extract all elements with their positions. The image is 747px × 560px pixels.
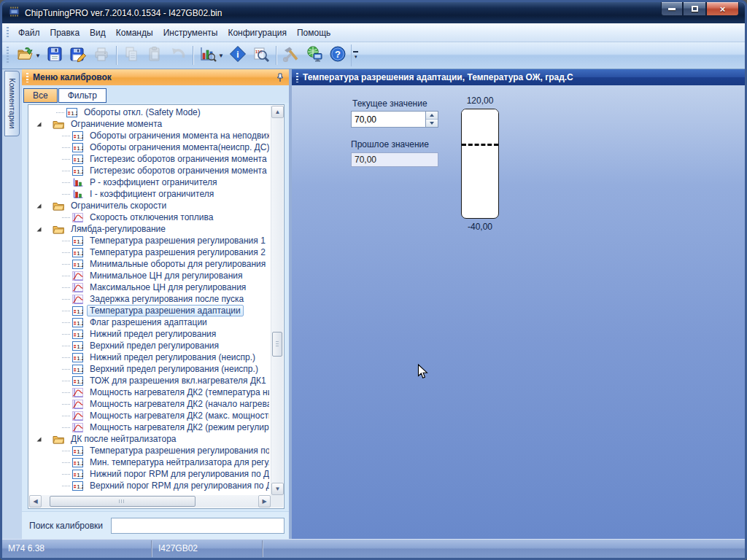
tree-item[interactable]: Мощность нагревателя ДК2 (режим регулиро… <box>30 421 270 433</box>
spin-down-button[interactable] <box>426 119 438 127</box>
svg-text:?: ? <box>335 49 341 60</box>
tree-connector <box>62 334 70 335</box>
value-icon: 1.2 <box>72 353 83 362</box>
tab-все[interactable]: Все <box>23 88 58 103</box>
tree-item-label: Максимальное ЦН для регулирования <box>87 281 249 293</box>
close-button[interactable]: × <box>706 2 739 16</box>
tree-item-label: Мощность нагревателя ДК2 (температура ни… <box>87 386 270 398</box>
chart-view-button[interactable] <box>196 44 220 66</box>
open-file-button[interactable] <box>13 44 36 66</box>
tree-item[interactable]: 1.2Температура разрешения регулирования … <box>30 246 270 258</box>
gauge-min-label: -40,00 <box>442 222 518 232</box>
menu-item-правка[interactable]: Правка <box>45 25 85 41</box>
tree-item[interactable]: P - коэффициент ограничителя <box>30 176 270 188</box>
tree-item[interactable]: 1.2Температура разрешения регулирования … <box>30 445 270 456</box>
curve-icon <box>72 271 83 281</box>
minimize-button[interactable] <box>661 2 683 16</box>
tree-item[interactable]: 1.2Гистерезис оборотов ограничения момен… <box>30 165 270 176</box>
tree-item[interactable]: 1.2Гистерезис оборотов ограничения момен… <box>30 153 270 165</box>
tree-item-label: Флаг разрешения адаптации <box>87 316 210 328</box>
tree-item[interactable]: 1.2Температура разрешения адаптации <box>30 305 270 316</box>
tree-item[interactable]: 1.2Мин. температура нейтрализатора для р… <box>30 456 270 468</box>
tree-item[interactable]: 1.2Верхний порог RPM для регулирования п… <box>30 480 270 491</box>
tree-vertical-scrollbar[interactable]: ▲ ▼ <box>271 106 283 495</box>
help-button[interactable]: ? <box>326 44 349 66</box>
tree-connector <box>62 287 70 288</box>
tree-item[interactable]: Скорость отключения топлива <box>30 211 270 223</box>
menu-item-инструменты[interactable]: Инструменты <box>158 25 223 41</box>
dropdown-arrow-icon[interactable]: ▼ <box>218 52 224 59</box>
tree-item[interactable]: Ограничение момента <box>30 118 270 130</box>
folder-icon <box>53 120 64 129</box>
expander-icon[interactable] <box>36 203 42 209</box>
comments-side-tab[interactable]: Комментарии <box>4 71 20 136</box>
tree-item[interactable]: Лямбда-регулирование <box>30 223 270 235</box>
scroll-right-icon[interactable]: ▶ <box>258 495 271 508</box>
tree-item[interactable]: 1.2Нижний предел регулирования (неиспр.) <box>30 351 270 363</box>
tree-item[interactable]: 1.2Верхний предел регулирования <box>30 340 270 351</box>
scroll-left-icon[interactable]: ◀ <box>29 495 42 508</box>
tree-item[interactable]: Минимальное ЦН для регулирования <box>30 270 270 281</box>
curve-icon <box>72 283 83 292</box>
tree-item[interactable]: 1.2Нижний предел регулирования <box>30 328 270 340</box>
spin-up-icon <box>430 114 434 117</box>
tree-item[interactable]: 1.2Нижний порог RPM для регулирования по… <box>30 468 270 480</box>
calibration-search-input[interactable] <box>111 518 285 534</box>
open-file-icon <box>16 45 34 66</box>
tree-item[interactable]: I - коэффициент ограничителя <box>30 188 270 200</box>
tools-button[interactable] <box>279 44 303 66</box>
menu-item-конфигурация[interactable]: Конфигурация <box>222 25 292 41</box>
maximize-button[interactable] <box>683 2 706 16</box>
expander-icon[interactable] <box>36 436 42 443</box>
save-button[interactable] <box>43 44 66 66</box>
help-icon: ? <box>329 45 347 66</box>
expander-icon[interactable] <box>36 121 42 128</box>
undo-button <box>166 44 190 66</box>
tree-item[interactable]: Мощность нагревателя ДК2 (начало нагрева… <box>30 398 270 410</box>
tree-item[interactable]: Мощность нагревателя ДК2 (макс. мощность… <box>30 410 270 421</box>
menu-item-помощь[interactable]: Помощь <box>292 25 336 41</box>
tree-item[interactable]: 1.2Минимальные обороты для регулирования <box>30 258 270 270</box>
curve-icon <box>72 423 83 432</box>
toolbar-separator <box>116 46 117 65</box>
value-icon: 1.2 <box>72 458 83 467</box>
tree-item[interactable]: 1.2Обороты ограничения момента на неподв… <box>30 130 270 141</box>
toolbar-overflow-button[interactable]: ▾ <box>351 44 360 66</box>
scroll-up-icon[interactable]: ▲ <box>271 106 284 118</box>
tree-item[interactable]: ДК после нейтрализатора <box>30 433 270 445</box>
value-icon: 1.2 <box>72 260 83 269</box>
tree-item[interactable]: 1.2Обороты ограничения момента(неиспр. Д… <box>30 141 270 153</box>
tree-item[interactable]: Задержка регулирования после пуска <box>30 293 270 305</box>
svg-text:1.2: 1.2 <box>77 145 83 152</box>
tree-item[interactable]: 1.2Обороты откл. (Safety Mode) <box>30 106 270 118</box>
dropdown-arrow-icon[interactable]: ▼ <box>35 52 41 59</box>
expander-icon[interactable] <box>36 226 42 233</box>
tree-item[interactable]: 1.2ТОЖ для разрешения вкл.нагревателя ДК… <box>30 375 270 386</box>
menu-item-команды[interactable]: Команды <box>111 25 158 41</box>
vertical-scroll-thumb[interactable] <box>272 332 282 357</box>
info-button[interactable]: i <box>226 44 249 66</box>
scroll-down-icon[interactable]: ▼ <box>271 483 284 495</box>
tree-item[interactable]: 1.2Верхний предел регулирования (неиспр.… <box>30 363 270 375</box>
tree-item[interactable]: Максимальное ЦН для регулирования <box>30 281 270 293</box>
chip-app-icon <box>7 6 20 20</box>
current-value-input[interactable] <box>351 111 426 128</box>
menu-item-файл[interactable]: Файл <box>13 25 45 41</box>
tree-horizontal-scrollbar[interactable]: ◀ ▶ <box>29 495 271 508</box>
network-button[interactable] <box>303 44 326 66</box>
zoom-button[interactable]: 110 <box>249 44 273 66</box>
horizontal-scroll-thumb[interactable] <box>50 496 196 507</box>
value-icon: 1.2 <box>72 318 83 327</box>
tree-item[interactable]: Мощность нагревателя ДК2 (температура ни… <box>30 386 270 398</box>
save-as-button[interactable] <box>66 44 90 66</box>
spin-up-button[interactable] <box>426 112 438 119</box>
tab-фильтр[interactable]: Фильтр <box>58 88 107 103</box>
tree-connector <box>62 264 70 265</box>
paste-button <box>143 44 166 66</box>
tree-connector <box>62 322 70 323</box>
menu-item-вид[interactable]: Вид <box>85 25 111 41</box>
tree-item[interactable]: 1.2Флаг разрешения адаптации <box>30 316 270 328</box>
tree-item[interactable]: 1.2Температура разрешения регулирования … <box>30 235 270 246</box>
tree-item[interactable]: Ограничитель скорости <box>30 200 270 211</box>
pin-icon[interactable] <box>274 73 286 82</box>
